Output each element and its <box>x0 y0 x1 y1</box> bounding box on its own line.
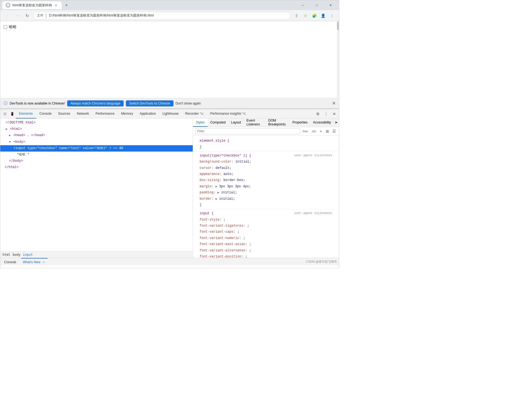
dom-body-close: </body> <box>0 158 193 164</box>
reload-button[interactable]: ↻ <box>23 12 31 20</box>
checkbox-input[interactable] <box>4 25 7 29</box>
tab-performance[interactable]: Performance <box>92 109 118 119</box>
breadcrumb-body[interactable]: body <box>13 253 21 257</box>
notify-text: DevTools is now available in Chinese! <box>10 101 65 105</box>
agent-comment-1: user agent stylesheet <box>294 153 332 158</box>
styles-tab-properties[interactable]: Properties <box>290 119 310 127</box>
tab-console[interactable]: Console <box>36 109 55 119</box>
html-triangle[interactable]: ▶ <box>6 128 7 131</box>
tab-sources[interactable]: Sources <box>55 109 74 119</box>
hov-cls-buttons: :hov .cls <box>301 129 317 133</box>
window-controls: ─ □ ✕ <box>297 1 337 9</box>
body-triangle[interactable]: ▼ <box>9 141 11 144</box>
styles-tab-layout[interactable]: Layout <box>228 119 244 127</box>
close-button[interactable]: ✕ <box>324 1 337 9</box>
bottom-whats-new-label: What's New <box>23 260 40 264</box>
body-open-tag: <body> <box>13 140 25 144</box>
breadcrumb-html[interactable]: html <box>2 253 10 257</box>
doctype-tag: <!DOCTYPE html> <box>6 121 36 125</box>
notify-close-button[interactable]: ✕ <box>332 101 336 106</box>
address-url: D:/html样例/html将复选框变为圆形样例/html将复选框变为圆形样例.… <box>49 13 154 18</box>
agent-comment-2: user agent stylesheet <box>294 211 332 216</box>
tab-lighthouse[interactable]: Lighthouse <box>159 109 182 119</box>
tab-memory[interactable]: Memory <box>118 109 136 119</box>
html-close-tag: </html> <box>5 165 18 169</box>
inspect-element-icon[interactable]: ⊡ <box>1 110 9 117</box>
styles-filter-input[interactable] <box>195 128 300 134</box>
checkbox-text: 哈哈 <box>9 24 17 29</box>
bottom-bar: Console What's New × CSDN @谁不想飞翔书 <box>0 258 339 265</box>
address-protocol: 文件 <box>37 13 44 18</box>
bottom-tab-console[interactable]: Console <box>2 258 18 266</box>
forward-button[interactable]: → <box>13 12 21 20</box>
switch-chinese-button[interactable]: Switch DevTools to Chinese <box>126 100 173 106</box>
page-scrollbar[interactable] <box>337 21 339 98</box>
new-style-rule-icon[interactable]: ⊞ <box>325 128 330 134</box>
dom-html-open[interactable]: ▶ <html> <box>0 126 193 132</box>
tab-performance-insights[interactable]: Performance insights ⌥ <box>207 109 249 119</box>
tab-network[interactable]: Network <box>74 109 92 119</box>
share-icon[interactable]: ⇧ <box>293 12 300 20</box>
address-icons: ⇧ ☆ 🧩 👤 ⋮ <box>293 12 336 20</box>
page-area: 哈哈 <box>0 21 339 98</box>
styles-tab-styles[interactable]: Styles <box>193 119 208 127</box>
settings-icon[interactable]: ⚙ <box>314 110 321 117</box>
checkbox-container: 哈哈 <box>4 24 336 29</box>
styles-tab-event-listeners[interactable]: Event Listeners <box>244 119 265 127</box>
dom-body-open[interactable]: ▼ <body> <box>0 139 193 145</box>
head-triangle[interactable]: ▶ <box>9 134 11 137</box>
computed-sidebar-icon[interactable]: ☰ <box>331 128 337 134</box>
dom-text-node: "哈哈 " <box>0 152 193 158</box>
cls-button[interactable]: .cls <box>310 129 317 133</box>
styles-tab-accessibility[interactable]: Accessibility <box>310 119 334 127</box>
styles-tabs: Styles Computed Layout Event Listeners D… <box>193 119 339 127</box>
minimize-button[interactable]: ─ <box>297 1 309 9</box>
html-tag: <html> <box>10 127 22 131</box>
back-button[interactable]: ← <box>4 12 11 20</box>
whats-new-close-button[interactable]: × <box>42 260 46 264</box>
dont-show-button[interactable]: Don't show again <box>176 101 201 105</box>
devtools-tabs: ⊡ 📱 Elements Console Sources Network Per… <box>0 109 339 119</box>
extensions-menu[interactable]: 🧩 <box>310 12 318 20</box>
bookmark-icon[interactable]: ☆ <box>302 12 309 20</box>
scrollbar-thumb[interactable] <box>337 22 339 30</box>
styles-tab-computed[interactable]: Computed <box>208 119 228 127</box>
title-bar: ○ html将复选框改为圆形样例 ✕ + ─ □ ✕ <box>0 0 339 10</box>
more-menu[interactable]: ⋮ <box>328 12 336 20</box>
styles-panel-scroll-right[interactable]: ▶ <box>334 119 339 126</box>
tab-application[interactable]: Application <box>136 109 159 119</box>
device-toggle-icon[interactable]: 📱 <box>9 110 16 117</box>
csdn-watermark: CSDN @谁不想飞翔书 <box>306 260 337 264</box>
profile-icon[interactable]: 👤 <box>319 12 327 20</box>
text-content: "哈哈 " <box>17 153 29 157</box>
bottom-tab-whats-new[interactable]: What's New × <box>21 258 48 266</box>
element-style-block: element.style { } <box>193 137 339 152</box>
styles-tab-dom-breakpoints[interactable]: DOM Breakpoints <box>265 119 290 127</box>
add-style-rule-button[interactable]: + <box>318 128 324 134</box>
new-tab-button[interactable]: + <box>63 1 70 9</box>
element-style-close: } <box>195 144 337 150</box>
tab-elements[interactable]: Elements <box>16 109 36 119</box>
devtools-close-icon[interactable]: ✕ <box>331 110 338 117</box>
dom-tree: <!DOCTYPE html> ▶ <html> ▶ <head> … </he… <box>0 119 193 251</box>
maximize-button[interactable]: □ <box>310 1 323 9</box>
more-options-icon[interactable]: ⋮ <box>322 110 330 117</box>
address-input[interactable]: 文件 │ D:/html样例/html将复选框变为圆形样例/html将复选框变为… <box>33 12 291 20</box>
head-ellipsis: … <box>27 133 31 137</box>
browser-tab[interactable]: ○ html将复选框改为圆形样例 ✕ <box>2 1 62 9</box>
element-style-selector: element.style { <box>195 138 337 144</box>
hov-button[interactable]: :hov <box>301 129 309 133</box>
address-bar: ← → ↻ 文件 │ D:/html样例/html将复选框变为圆形样例/html… <box>0 10 339 21</box>
info-icon: ⓘ <box>4 101 7 106</box>
tab-title: html将复选框改为圆形样例 <box>12 3 52 8</box>
tab-close-button[interactable]: ✕ <box>54 3 58 7</box>
devtools-toolbar-icons: ⚙ ⋮ ✕ <box>314 110 338 117</box>
match-language-button[interactable]: Always match Chrome's language <box>67 100 124 106</box>
tab-recorder[interactable]: Recorder ⌥ <box>182 109 207 119</box>
devtools-notification: ⓘ DevTools is now available in Chinese! … <box>0 98 339 109</box>
breadcrumb-input[interactable]: input <box>23 253 33 257</box>
dom-input-selected[interactable]: <input type="checkbox" name="test" value… <box>0 145 193 152</box>
dom-head[interactable]: ▶ <head> … </head> <box>0 132 193 139</box>
checkbox-selector-line: user agent stylesheet input[type="checkb… <box>195 153 337 159</box>
page-content: 哈哈 <box>0 21 339 33</box>
